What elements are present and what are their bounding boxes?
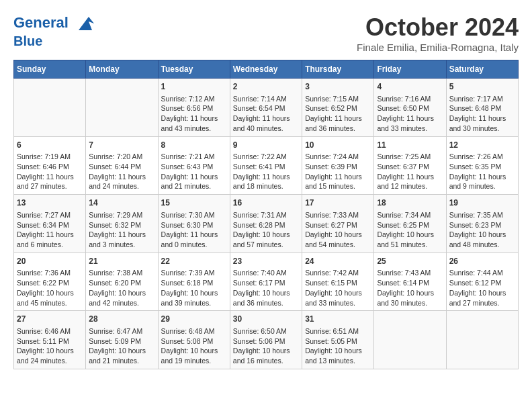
day-info: Sunrise: 7:31 AM Sunset: 6:28 PM Dayligh…	[233, 211, 290, 248]
day-number: 29	[161, 314, 227, 325]
day-number: 31	[305, 314, 371, 325]
day-info: Sunrise: 7:14 AM Sunset: 6:54 PM Dayligh…	[233, 95, 290, 132]
calendar-cell: 3Sunrise: 7:15 AM Sunset: 6:52 PM Daylig…	[302, 79, 374, 137]
weekday-header-row: SundayMondayTuesdayWednesdayThursdayFrid…	[14, 60, 519, 79]
day-number: 13	[17, 197, 83, 209]
day-info: Sunrise: 7:40 AM Sunset: 6:17 PM Dayligh…	[233, 269, 290, 306]
calendar-week-row: 6Sunrise: 7:19 AM Sunset: 6:46 PM Daylig…	[14, 136, 519, 195]
calendar-cell: 24Sunrise: 7:42 AM Sunset: 6:15 PM Dayli…	[302, 253, 374, 311]
svg-marker-0	[79, 17, 94, 30]
calendar-cell: 25Sunrise: 7:43 AM Sunset: 6:14 PM Dayli…	[374, 253, 446, 311]
day-number: 21	[89, 256, 154, 267]
calendar-cell: 16Sunrise: 7:31 AM Sunset: 6:28 PM Dayli…	[230, 195, 302, 253]
day-number: 8	[161, 140, 227, 151]
calendar-week-row: 20Sunrise: 7:36 AM Sunset: 6:22 PM Dayli…	[14, 253, 519, 311]
day-number: 27	[17, 314, 83, 325]
day-number: 22	[161, 256, 227, 267]
weekday-header-saturday: Saturday	[446, 60, 518, 79]
day-info: Sunrise: 7:36 AM Sunset: 6:22 PM Dayligh…	[17, 269, 74, 306]
calendar-cell: 8Sunrise: 7:21 AM Sunset: 6:43 PM Daylig…	[158, 136, 230, 195]
day-info: Sunrise: 6:48 AM Sunset: 5:08 PM Dayligh…	[161, 327, 218, 365]
calendar-cell: 21Sunrise: 7:38 AM Sunset: 6:20 PM Dayli…	[86, 253, 158, 311]
day-info: Sunrise: 7:21 AM Sunset: 6:43 PM Dayligh…	[161, 152, 218, 190]
calendar-cell	[86, 79, 158, 137]
day-number: 11	[377, 140, 443, 151]
calendar-cell: 12Sunrise: 7:26 AM Sunset: 6:35 PM Dayli…	[446, 136, 518, 195]
day-info: Sunrise: 7:26 AM Sunset: 6:35 PM Dayligh…	[449, 152, 506, 190]
weekday-header-wednesday: Wednesday	[230, 60, 302, 79]
day-number: 28	[89, 314, 154, 325]
calendar-cell: 23Sunrise: 7:40 AM Sunset: 6:17 PM Dayli…	[230, 253, 302, 311]
logo: General Blue	[13, 13, 95, 48]
calendar-cell: 2Sunrise: 7:14 AM Sunset: 6:54 PM Daylig…	[230, 79, 302, 137]
calendar-cell: 7Sunrise: 7:20 AM Sunset: 6:44 PM Daylig…	[86, 136, 158, 195]
calendar-table: SundayMondayTuesdayWednesdayThursdayFrid…	[13, 60, 519, 369]
day-number: 2	[233, 81, 299, 93]
day-info: Sunrise: 6:47 AM Sunset: 5:09 PM Dayligh…	[89, 327, 146, 365]
day-number: 14	[89, 197, 154, 209]
day-number: 9	[233, 140, 299, 151]
calendar-cell: 4Sunrise: 7:16 AM Sunset: 6:50 PM Daylig…	[374, 79, 446, 137]
day-number: 16	[233, 197, 299, 209]
title-block: October 2024 Finale Emilia, Emilia-Romag…	[357, 13, 519, 53]
page-header: General Blue October 2024 Finale Emilia,…	[13, 13, 519, 53]
day-info: Sunrise: 7:27 AM Sunset: 6:34 PM Dayligh…	[17, 211, 74, 248]
calendar-cell: 26Sunrise: 7:44 AM Sunset: 6:12 PM Dayli…	[446, 253, 518, 311]
weekday-header-thursday: Thursday	[302, 60, 374, 79]
logo-blue: Blue	[13, 34, 95, 48]
day-number: 7	[89, 140, 154, 151]
calendar-cell	[14, 79, 86, 137]
day-info: Sunrise: 6:46 AM Sunset: 5:11 PM Dayligh…	[17, 327, 74, 365]
day-info: Sunrise: 7:33 AM Sunset: 6:27 PM Dayligh…	[305, 211, 362, 248]
calendar-cell: 31Sunrise: 6:51 AM Sunset: 5:05 PM Dayli…	[302, 311, 374, 369]
day-info: Sunrise: 7:34 AM Sunset: 6:25 PM Dayligh…	[377, 211, 434, 248]
day-info: Sunrise: 7:20 AM Sunset: 6:44 PM Dayligh…	[89, 152, 146, 190]
day-number: 26	[449, 256, 515, 267]
calendar-cell: 15Sunrise: 7:30 AM Sunset: 6:30 PM Dayli…	[158, 195, 230, 253]
day-number: 10	[305, 140, 371, 151]
location-title: Finale Emilia, Emilia-Romagna, Italy	[357, 42, 519, 53]
day-number: 17	[305, 197, 371, 209]
day-number: 25	[377, 256, 443, 267]
day-info: Sunrise: 7:17 AM Sunset: 6:48 PM Dayligh…	[449, 95, 506, 132]
day-info: Sunrise: 7:43 AM Sunset: 6:14 PM Dayligh…	[377, 269, 434, 306]
weekday-header-tuesday: Tuesday	[158, 60, 230, 79]
calendar-cell: 17Sunrise: 7:33 AM Sunset: 6:27 PM Dayli…	[302, 195, 374, 253]
day-info: Sunrise: 7:39 AM Sunset: 6:18 PM Dayligh…	[161, 269, 218, 306]
calendar-cell: 29Sunrise: 6:48 AM Sunset: 5:08 PM Dayli…	[158, 311, 230, 369]
month-title: October 2024	[357, 13, 519, 42]
calendar-cell: 19Sunrise: 7:35 AM Sunset: 6:23 PM Dayli…	[446, 195, 518, 253]
calendar-cell: 6Sunrise: 7:19 AM Sunset: 6:46 PM Daylig…	[14, 136, 86, 195]
logo-text: General	[13, 13, 95, 34]
calendar-cell: 30Sunrise: 6:50 AM Sunset: 5:06 PM Dayli…	[230, 311, 302, 369]
day-info: Sunrise: 7:19 AM Sunset: 6:46 PM Dayligh…	[17, 152, 74, 190]
day-info: Sunrise: 7:29 AM Sunset: 6:32 PM Dayligh…	[89, 211, 146, 248]
calendar-cell: 5Sunrise: 7:17 AM Sunset: 6:48 PM Daylig…	[446, 79, 518, 137]
day-info: Sunrise: 7:24 AM Sunset: 6:39 PM Dayligh…	[305, 152, 362, 190]
calendar-cell	[446, 311, 518, 369]
weekday-header-sunday: Sunday	[14, 60, 86, 79]
day-number: 24	[305, 256, 371, 267]
calendar-cell: 10Sunrise: 7:24 AM Sunset: 6:39 PM Dayli…	[302, 136, 374, 195]
weekday-header-monday: Monday	[86, 60, 158, 79]
day-info: Sunrise: 7:25 AM Sunset: 6:37 PM Dayligh…	[377, 152, 434, 190]
calendar-cell: 18Sunrise: 7:34 AM Sunset: 6:25 PM Dayli…	[374, 195, 446, 253]
calendar-cell: 13Sunrise: 7:27 AM Sunset: 6:34 PM Dayli…	[14, 195, 86, 253]
day-info: Sunrise: 7:22 AM Sunset: 6:41 PM Dayligh…	[233, 152, 290, 190]
day-number: 18	[377, 197, 443, 209]
day-number: 5	[449, 81, 515, 93]
calendar-cell: 27Sunrise: 6:46 AM Sunset: 5:11 PM Dayli…	[14, 311, 86, 369]
calendar-body: 1Sunrise: 7:12 AM Sunset: 6:56 PM Daylig…	[14, 79, 519, 369]
day-info: Sunrise: 7:44 AM Sunset: 6:12 PM Dayligh…	[449, 269, 506, 306]
calendar-week-row: 13Sunrise: 7:27 AM Sunset: 6:34 PM Dayli…	[14, 195, 519, 253]
day-number: 4	[377, 81, 443, 93]
day-number: 19	[449, 197, 515, 209]
day-number: 15	[161, 197, 227, 209]
day-number: 6	[17, 140, 83, 151]
day-info: Sunrise: 7:15 AM Sunset: 6:52 PM Dayligh…	[305, 95, 362, 132]
day-info: Sunrise: 7:12 AM Sunset: 6:56 PM Dayligh…	[161, 95, 218, 132]
calendar-cell: 1Sunrise: 7:12 AM Sunset: 6:56 PM Daylig…	[158, 79, 230, 137]
calendar-cell: 9Sunrise: 7:22 AM Sunset: 6:41 PM Daylig…	[230, 136, 302, 195]
calendar-cell: 11Sunrise: 7:25 AM Sunset: 6:37 PM Dayli…	[374, 136, 446, 195]
logo-icon	[75, 13, 95, 34]
